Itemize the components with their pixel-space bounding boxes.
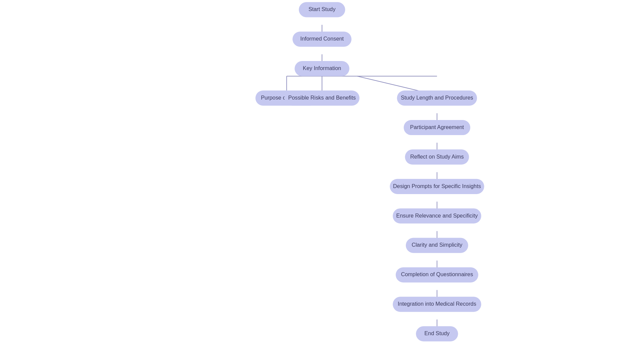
node-clarity-simplicity-label: Clarity and Simplicity (412, 242, 463, 248)
node-reflect-study-aims-label: Reflect on Study Aims (410, 154, 464, 160)
node-end-study-label: End Study (424, 330, 450, 336)
node-study-length-label: Study Length and Procedures (401, 95, 473, 101)
node-completion-questionnaires-label: Completion of Questionnaires (401, 271, 473, 277)
node-key-information-label: Key Information (303, 65, 341, 71)
node-integration-medical-label: Integration into Medical Records (398, 301, 476, 307)
node-possible-risks-label: Possible Risks and Benefits (288, 95, 356, 101)
node-ensure-relevance-label: Ensure Relevance and Specificity (396, 213, 478, 219)
flowchart-container: Start Study Informed Consent Key Informa… (0, 0, 644, 362)
node-participant-agreement-label: Participant Agreement (410, 124, 464, 130)
node-start-study-label: Start Study (309, 6, 336, 12)
node-design-prompts-label: Design Prompts for Specific Insights (393, 183, 481, 189)
node-informed-consent-label: Informed Consent (300, 36, 344, 42)
